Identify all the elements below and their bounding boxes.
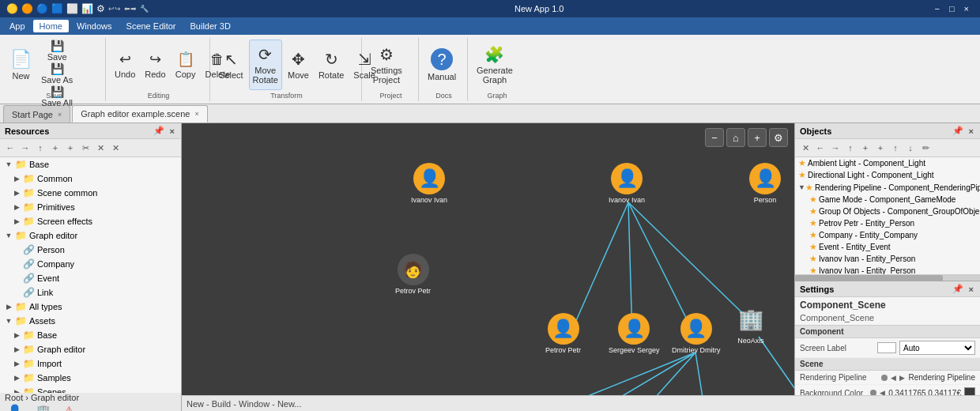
obj-edit-button[interactable]: ✏ <box>918 141 933 155</box>
res-forward-button[interactable]: → <box>18 141 32 155</box>
graph-node-ivanov1[interactable]: 👤 Ivanov Ivan <box>411 163 447 204</box>
tree-item-screen-effects[interactable]: ▶ 📁 Screen effects <box>0 214 181 228</box>
minimize-button[interactable]: − <box>929 4 944 13</box>
obj-item[interactable]: ★ Group Of Objects - Component_GroupOfOb… <box>795 206 980 217</box>
menu-builder-3d[interactable]: Builder 3D <box>184 20 237 32</box>
tab-start-page-close[interactable]: × <box>58 111 62 119</box>
tree-item-base[interactable]: ▼ 📁 Base <box>0 157 181 172</box>
menu-windows[interactable]: Windows <box>70 20 119 32</box>
tree-item-person[interactable]: ▶ 🔗 Person <box>0 243 181 257</box>
tree-item-graph-editor[interactable]: ▼ 📁 Graph editor <box>0 228 181 243</box>
obj-del-button[interactable]: ✕ <box>798 141 812 155</box>
graph-node-petrov-photo[interactable]: 🧑 Petrov Petr <box>395 254 431 295</box>
resources-close-button[interactable]: × <box>168 126 176 136</box>
objects-close-button[interactable]: × <box>967 126 975 136</box>
obj-addf-button[interactable]: + <box>873 141 888 155</box>
graph-settings-button[interactable]: ⚙ <box>769 128 788 147</box>
rotate-button[interactable]: ↻ Rotate <box>315 40 348 90</box>
tree-item-scene-common[interactable]: ▶ 📁 Scene common <box>0 186 181 200</box>
copy-button[interactable]: 📋 Copy <box>172 40 200 90</box>
screen-label-input[interactable] <box>877 342 896 353</box>
menu-scene-editor[interactable]: Scene Editor <box>120 20 183 32</box>
obj-item[interactable]: ★ Ivanov Ivan - Entity_Person <box>795 265 980 274</box>
tree-item-assets[interactable]: ▼ 📁 Assets <box>0 314 181 328</box>
redo-button[interactable]: ↪ Redo <box>141 40 169 90</box>
res-add-button[interactable]: + <box>48 141 62 155</box>
graph-zoom-in-button[interactable]: + <box>748 128 767 147</box>
obj-item[interactable]: ★ Directional Light - Component_Light <box>795 169 980 181</box>
resources-tree[interactable]: ▼ 📁 Base ▶ 📁 Common ▶ 📁 Scene common ▶ 📁… <box>0 157 181 395</box>
arrow-right-icon[interactable]: ▶ <box>899 374 905 382</box>
tree-item-company[interactable]: ▶ 🔗 Company <box>0 257 181 271</box>
tree-item-event[interactable]: ▶ 🔗 Event <box>0 271 181 285</box>
obj-movedown-button[interactable]: ↓ <box>903 141 918 155</box>
res-cut-button[interactable]: ✂ <box>78 141 92 155</box>
graph-node-sergeev[interactable]: 👤 Sergeev Sergey <box>609 313 660 354</box>
new-button[interactable]: 📄 New <box>6 40 36 90</box>
breadcrumb-event[interactable]: ⚠ Event <box>62 404 77 411</box>
tree-item-import[interactable]: ▶ 📁 Import <box>0 356 181 371</box>
res-delall-button[interactable]: ✕ <box>108 141 122 155</box>
tree-item-graph-editor2[interactable]: ▶ 📁 Graph editor <box>0 342 181 356</box>
arrow-left-icon[interactable]: ◀ <box>880 389 885 395</box>
breadcrumb-person[interactable]: 👤 Person <box>5 404 24 411</box>
resources-pin-button[interactable]: 📌 <box>152 126 166 136</box>
graph-zoom-out-button[interactable]: − <box>705 128 724 147</box>
graph-node-dmitriev[interactable]: 👤 Dmitriev Dmitry <box>672 313 721 354</box>
tree-item-common[interactable]: ▶ 📁 Common <box>0 172 181 186</box>
tree-item-link[interactable]: ▶ 🔗 Link <box>0 285 181 300</box>
graph-node-ivanov2[interactable]: 👤 Ivanov Ivan <box>609 163 645 204</box>
save-button[interactable]: 💾 Save <box>37 40 77 62</box>
tab-graph-editor-close[interactable]: × <box>194 110 198 118</box>
move-button[interactable]: ✥ Move <box>284 40 313 90</box>
obj-forward-button[interactable]: → <box>828 141 842 155</box>
graph-node-person[interactable]: 👤 Person <box>749 163 781 204</box>
tab-graph-editor[interactable]: Graph editor example.scene × <box>72 105 207 123</box>
objects-pin-button[interactable]: 📌 <box>951 126 965 136</box>
obj-item[interactable]: ★ Game Mode - Component_GameMode <box>795 194 980 206</box>
breadcrumb-company[interactable]: 🏢 Company <box>29 404 56 411</box>
settings-close-button[interactable]: × <box>967 285 975 294</box>
settings-pin-button[interactable]: 📌 <box>951 284 965 294</box>
obj-back-button[interactable]: ← <box>813 141 827 155</box>
generate-graph-button[interactable]: 🧩 Generate Graph <box>473 40 517 90</box>
objects-tree[interactable]: ★ Ambient Light - Component_Light ★ Dire… <box>795 157 980 274</box>
obj-up-button[interactable]: ↑ <box>843 141 858 155</box>
graph-node-petrov[interactable]: 👤 Petrov Petr <box>545 313 581 354</box>
res-del-button[interactable]: ✕ <box>93 141 107 155</box>
tree-item-samples[interactable]: ▶ 📁 Samples <box>0 371 181 385</box>
res-up-button[interactable]: ↑ <box>33 141 47 155</box>
screen-label-select[interactable]: Auto <box>899 341 975 355</box>
graph-home-button[interactable]: ⌂ <box>726 128 745 147</box>
manual-button[interactable]: ? Manual <box>424 40 460 90</box>
obj-item[interactable]: ★ Petrov Petr - Entity_Person <box>795 217 980 229</box>
obj-item[interactable]: ★ Event - Entity_Event <box>795 241 980 253</box>
settings-project-button[interactable]: ⚙ Settings Project <box>367 40 406 90</box>
tree-item-base2[interactable]: ▶ 📁 Base <box>0 328 181 342</box>
window-controls[interactable]: − □ × <box>929 4 974 13</box>
menu-app[interactable]: App <box>3 20 32 32</box>
obj-item[interactable]: ★ Ambient Light - Component_Light <box>795 157 980 169</box>
select-button[interactable]: ↖ Select <box>215 40 247 90</box>
graph-node-neoaxis[interactable]: 🏢 NeoAxis <box>735 304 767 345</box>
tab-start-page[interactable]: Start Page × <box>3 105 70 123</box>
obj-item[interactable]: ★ Company - Entity_Company <box>795 229 980 241</box>
tree-item-primitives[interactable]: ▶ 📁 Primitives <box>0 200 181 214</box>
obj-item[interactable]: ★ Ivanov Ivan - Entity_Person <box>795 253 980 265</box>
obj-moveup-button[interactable]: ↑ <box>888 141 903 155</box>
tree-item-all-types[interactable]: ▶ 📁 All types <box>0 300 181 314</box>
move-rotate-button[interactable]: ⟳ Move Rotate <box>249 40 282 90</box>
save-as-button[interactable]: 💾 Save As <box>37 62 77 85</box>
graph-editor-canvas[interactable]: − ⌂ + ⚙ 👤 <box>182 123 794 395</box>
res-back-button[interactable]: ← <box>3 141 17 155</box>
close-button[interactable]: × <box>959 4 974 13</box>
color-swatch[interactable] <box>964 387 975 395</box>
undo-button[interactable]: ↩ Undo <box>111 40 139 90</box>
obj-add-button[interactable]: + <box>858 141 873 155</box>
res-addf-button[interactable]: + <box>63 141 77 155</box>
maximize-button[interactable]: □ <box>944 4 959 13</box>
objects-scrollbar[interactable] <box>795 274 980 281</box>
arrow-left-icon[interactable]: ◀ <box>891 374 896 382</box>
obj-item[interactable]: ▼ ★ Rendering Pipeline - Component_Rende… <box>795 181 980 194</box>
menu-home[interactable]: Home <box>33 20 69 32</box>
